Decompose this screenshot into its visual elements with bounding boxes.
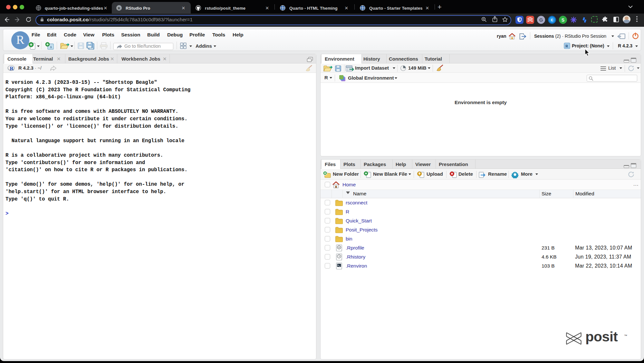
svg-text:R: R (50, 45, 53, 49)
svg-text:R: R (10, 65, 14, 71)
svg-text:R: R (565, 44, 568, 48)
